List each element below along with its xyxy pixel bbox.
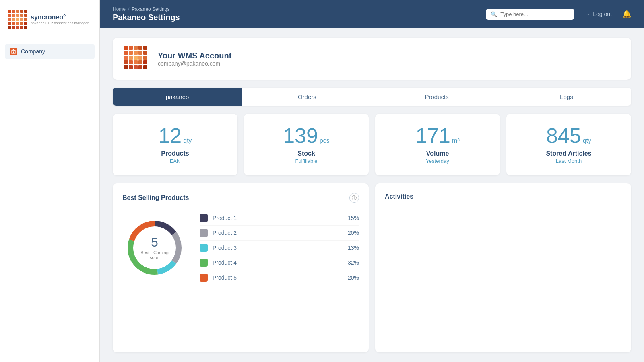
best-selling-header: Best Selling Products ⓘ: [122, 193, 359, 203]
stat-unit: qty: [183, 137, 192, 144]
donut-center: 5 Best - Coming soon: [138, 236, 171, 260]
stat-sublabel: EAN: [170, 158, 181, 164]
product-percentage: 15%: [343, 215, 359, 221]
product-percentage: 13%: [343, 245, 359, 251]
stat-label: Volume: [426, 150, 449, 157]
list-item: Product 2 20%: [200, 226, 359, 241]
stat-sublabel: Yesterday: [426, 158, 449, 164]
donut-value: 5: [138, 236, 171, 249]
stat-sublabel: Last Month: [556, 158, 582, 164]
page-title: Pakaneo Settings: [113, 13, 180, 22]
account-title: Your WMS Account: [158, 51, 231, 60]
stats-row: 12 qty Products EAN 139 pcs Stock Fulfil…: [113, 114, 631, 175]
app-name: syncroneo°: [31, 14, 89, 21]
sidebar: syncroneo° pakaneo ERP connections manag…: [0, 0, 100, 362]
main-content: Home / Pakaneo Settings Pakaneo Settings…: [100, 0, 644, 362]
bottom-row: Best Selling Products ⓘ 5 Best - Coming …: [113, 183, 631, 352]
stat-sublabel: Fulfillable: [295, 158, 318, 164]
product-name: Product 3: [213, 245, 343, 251]
best-selling-card: Best Selling Products ⓘ 5 Best - Coming …: [113, 183, 369, 352]
tabs-container: pakaneoOrdersProductsLogs: [113, 88, 631, 106]
stat-value: 171 m³: [415, 125, 459, 146]
wms-logo-icon: [124, 46, 150, 72]
account-info: Your WMS Account company@pakaneo.com: [158, 51, 231, 67]
stat-unit: pcs: [320, 137, 330, 144]
logo-container: syncroneo° pakaneo ERP connections manag…: [0, 0, 99, 37]
product-color-indicator: [200, 214, 208, 222]
breadcrumb-home[interactable]: Home: [113, 6, 126, 12]
product-name: Product 2: [213, 230, 343, 236]
account-card: Your WMS Account company@pakaneo.com: [113, 38, 631, 80]
product-percentage: 20%: [343, 230, 359, 236]
product-percentage: 32%: [343, 259, 359, 266]
stat-value: 139 pcs: [283, 125, 330, 146]
logout-button[interactable]: → Log out: [581, 8, 616, 20]
stat-number: 171: [415, 125, 450, 146]
svg-rect-1: [13, 51, 14, 53]
breadcrumb-separator: /: [128, 6, 129, 12]
account-email: company@pakaneo.com: [158, 60, 231, 67]
stat-card-products: 12 qty Products EAN: [113, 114, 237, 175]
product-percentage: 20%: [343, 274, 359, 281]
app-tagline: pakaneo ERP connections manager: [31, 21, 89, 25]
logout-arrow-icon: →: [585, 11, 590, 17]
sidebar-item-label: Company: [21, 48, 45, 55]
product-list: Product 1 15% Product 2 20% Product 3 13…: [200, 211, 359, 285]
stat-number: 139: [283, 125, 318, 146]
stat-label: Stock: [297, 150, 315, 157]
logo-icon: [8, 10, 27, 29]
stat-unit: m³: [452, 137, 460, 144]
header-right: 🔍 → Log out 🔔: [486, 8, 631, 20]
donut-sublabel: Best - Coming soon: [138, 250, 171, 260]
breadcrumb-current: Pakaneo Settings: [132, 6, 169, 12]
activities-title: Activities: [385, 193, 413, 200]
stat-card-stock: 139 pcs Stock Fulfillable: [244, 114, 369, 175]
stat-number: 845: [546, 125, 581, 146]
sidebar-nav: Company: [0, 37, 99, 66]
product-name: Product 1: [213, 215, 343, 221]
tab-pakaneo[interactable]: pakaneo: [113, 88, 242, 106]
stat-card-volume: 171 m³ Volume Yesterday: [375, 114, 500, 175]
search-input[interactable]: [500, 11, 570, 17]
header: Home / Pakaneo Settings Pakaneo Settings…: [100, 0, 644, 28]
info-button[interactable]: ⓘ: [349, 193, 359, 203]
product-color-indicator: [200, 274, 208, 282]
search-box: 🔍: [486, 9, 574, 20]
stat-value: 845 qty: [546, 125, 591, 146]
stat-number: 12: [158, 125, 182, 146]
list-item: Product 4 32%: [200, 255, 359, 270]
notification-bell-icon[interactable]: 🔔: [622, 10, 631, 19]
list-item: Product 5 20%: [200, 270, 359, 285]
activities-header: Activities: [385, 193, 621, 200]
stat-value: 12 qty: [158, 125, 192, 146]
best-selling-title: Best Selling Products: [122, 194, 189, 202]
tab-logs[interactable]: Logs: [502, 88, 631, 106]
product-name: Product 4: [213, 259, 343, 266]
building-icon: [10, 48, 17, 55]
list-item: Product 3 13%: [200, 241, 359, 255]
product-color-indicator: [200, 244, 208, 252]
product-color-indicator: [200, 229, 208, 237]
stat-unit: qty: [583, 137, 591, 144]
activities-card: Activities: [375, 183, 631, 352]
search-icon: 🔍: [491, 11, 497, 17]
tab-orders[interactable]: Orders: [242, 88, 372, 106]
logout-label: Log out: [593, 11, 612, 17]
donut-chart: 5 Best - Coming soon: [122, 216, 187, 280]
content-area: Your WMS Account company@pakaneo.com pak…: [100, 28, 644, 362]
stat-label: Products: [161, 150, 189, 157]
list-item: Product 1 15%: [200, 211, 359, 226]
sidebar-item-company[interactable]: Company: [5, 44, 95, 59]
chart-area: 5 Best - Coming soon Product 1 15% Produ…: [122, 211, 359, 285]
product-name: Product 5: [213, 274, 343, 281]
header-left: Home / Pakaneo Settings Pakaneo Settings: [113, 6, 180, 22]
stat-card-stored: 845 qty Stored Articles Last Month: [506, 114, 631, 175]
tab-products[interactable]: Products: [372, 88, 502, 106]
product-color-indicator: [200, 259, 208, 267]
breadcrumb: Home / Pakaneo Settings: [113, 6, 180, 12]
stat-label: Stored Articles: [546, 150, 591, 157]
